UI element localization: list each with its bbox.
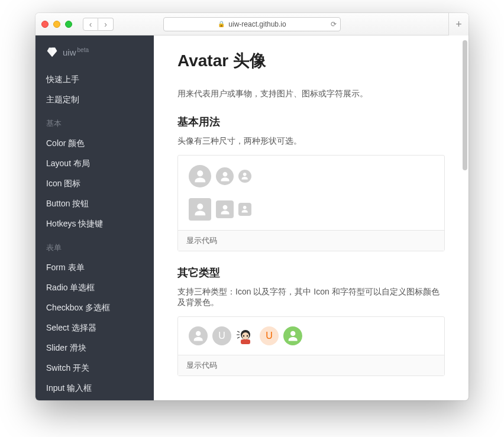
avatar-circle-medium <box>216 167 234 185</box>
sidebar-item-slider[interactable]: Slider 滑块 <box>35 338 154 358</box>
user-icon <box>238 203 251 216</box>
section-desc-basic: 头像有三种尺寸，两种形状可选。 <box>177 136 445 147</box>
svg-point-6 <box>247 335 248 336</box>
avatar-square-large <box>189 198 211 221</box>
logo-icon <box>46 46 58 58</box>
logo-text: uiwbeta <box>63 47 89 57</box>
content-area: Avatar 头像 用来代表用户或事物，支持图片、图标或字符展示。 基本用法 头… <box>154 35 469 400</box>
avatar-letter-orange: U <box>260 326 279 345</box>
page-title: Avatar 头像 <box>177 50 445 72</box>
section-title-basic: 基本用法 <box>177 115 445 129</box>
user-icon <box>189 326 208 345</box>
lock-icon: 🔒 <box>218 21 225 27</box>
sidebar-item-hotkeys[interactable]: Hotkeys 快捷键 <box>35 214 154 234</box>
avatar-square-small <box>238 203 251 216</box>
url-text: uiw-react.github.io <box>228 20 286 28</box>
sidebar-item-select[interactable]: Select 选择器 <box>35 318 154 338</box>
cartoon-avatar-icon <box>236 326 255 345</box>
user-icon <box>216 167 234 185</box>
avatar-row-types: U U <box>189 326 434 345</box>
user-icon <box>189 165 211 187</box>
close-window-button[interactable] <box>41 21 49 28</box>
avatar-square-medium <box>216 200 234 218</box>
address-bar[interactable]: 🔒 uiw-react.github.io ⟳ <box>163 17 341 31</box>
app-frame: uiwbeta 快速上手 主题定制 基本 Color 颜色 Layout 布局 … <box>35 35 469 400</box>
sidebar-item-radio[interactable]: Radio 单选框 <box>35 278 154 298</box>
forward-button[interactable]: › <box>98 18 114 31</box>
section-desc-types: 支持三种类型：Icon 以及字符，其中 Icon 和字符型可以自定义图标颜色及背… <box>177 287 445 308</box>
svg-point-4 <box>242 332 249 339</box>
avatar-icon-green <box>283 326 302 345</box>
avatar-letter-default: U <box>212 326 231 345</box>
sidebar-item-quickstart[interactable]: 快速上手 <box>35 70 154 90</box>
sidebar-item-checkbox[interactable]: Checkbox 多选框 <box>35 298 154 318</box>
demo-body <box>178 156 444 230</box>
section-title-types: 其它类型 <box>177 266 445 280</box>
traffic-lights <box>41 21 72 28</box>
logo[interactable]: uiwbeta <box>35 46 154 70</box>
sidebar-item-icon[interactable]: Icon 图标 <box>35 174 154 194</box>
avatar-icon-default <box>189 326 208 345</box>
minimize-window-button[interactable] <box>53 21 60 28</box>
sidebar-heading-basic: 基本 <box>35 110 154 134</box>
sidebar-item-color[interactable]: Color 颜色 <box>35 134 154 154</box>
user-icon <box>216 200 234 218</box>
user-icon <box>189 198 211 221</box>
sidebar-item-input[interactable]: Input 输入框 <box>35 378 154 399</box>
show-code-button[interactable]: 显示代码 <box>178 355 444 376</box>
sidebar-item-layout[interactable]: Layout 布局 <box>35 154 154 174</box>
sidebar-item-form[interactable]: Form 表单 <box>35 258 154 278</box>
scrollbar[interactable] <box>463 40 467 170</box>
show-code-button[interactable]: 显示代码 <box>178 230 444 251</box>
fullscreen-window-button[interactable] <box>65 21 72 28</box>
avatar-row-circle <box>189 165 434 187</box>
user-icon <box>238 170 251 183</box>
sidebar-heading-form: 表单 <box>35 234 154 258</box>
user-icon <box>283 326 302 345</box>
sidebar-item-theme[interactable]: 主题定制 <box>35 90 154 110</box>
sidebar-item-switch[interactable]: Switch 开关 <box>35 358 154 378</box>
svg-rect-7 <box>241 339 250 344</box>
reload-icon[interactable]: ⟳ <box>331 20 337 28</box>
demo-body: U U <box>178 317 444 355</box>
page-description: 用来代表用户或事物，支持图片、图标或字符展示。 <box>177 89 445 99</box>
new-tab-button[interactable]: + <box>448 13 469 35</box>
svg-point-5 <box>243 335 244 336</box>
avatar-row-square <box>189 198 434 221</box>
svg-marker-1 <box>52 48 57 57</box>
demo-box-types: U U <box>177 316 445 376</box>
nav-buttons: ‹ › <box>83 18 114 31</box>
avatar-circle-small <box>238 170 251 183</box>
avatar-image <box>236 326 255 345</box>
sidebar: uiwbeta 快速上手 主题定制 基本 Color 颜色 Layout 布局 … <box>35 35 154 400</box>
window-titlebar: ‹ › 🔒 uiw-react.github.io ⟳ + <box>35 13 469 35</box>
avatar-circle-large <box>189 165 211 187</box>
browser-window: ‹ › 🔒 uiw-react.github.io ⟳ + uiwbeta 快速… <box>35 13 469 400</box>
sidebar-item-button[interactable]: Button 按钮 <box>35 194 154 214</box>
back-button[interactable]: ‹ <box>83 18 98 31</box>
demo-box-basic: 显示代码 <box>177 155 445 251</box>
